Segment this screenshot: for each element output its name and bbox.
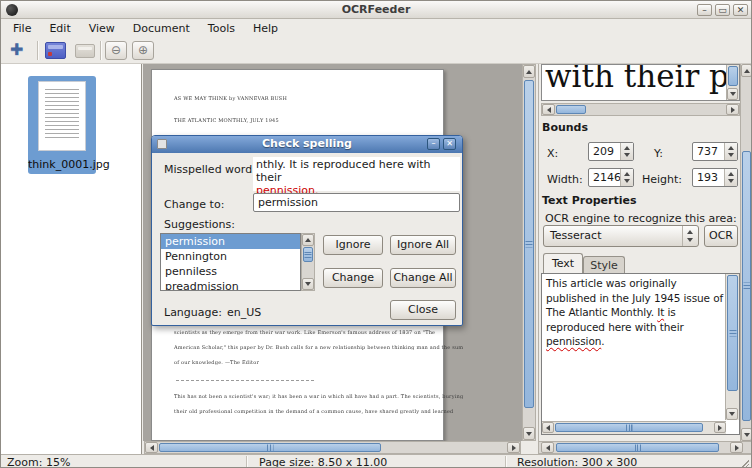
scroll-left-icon[interactable] <box>542 422 554 433</box>
ignore-button[interactable]: Ignore <box>323 235 383 255</box>
language-value: en_US <box>227 306 261 319</box>
horizontal-scroll-thumb[interactable] <box>159 443 381 452</box>
close-icon[interactable]: ✕ <box>733 4 748 16</box>
menu-bar: FileEditViewDocumentToolsHelp <box>1 19 751 38</box>
recognize-document-button[interactable] <box>45 42 66 59</box>
minimize-icon[interactable]: – <box>697 4 712 16</box>
dialog-close-icon[interactable]: ✕ <box>443 138 456 150</box>
preview-vertical-scrollbar[interactable] <box>726 65 739 100</box>
scroll-right-icon[interactable] <box>726 104 739 115</box>
resize-grip[interactable] <box>738 457 749 468</box>
dialog-title-bar[interactable]: Check spelling – ✕ <box>152 136 462 153</box>
x-label: X: <box>547 147 558 160</box>
scroll-down-icon[interactable] <box>727 88 738 100</box>
panel-vertical-scrollbar[interactable] <box>740 64 752 441</box>
suggestion-item[interactable]: permission <box>161 234 300 249</box>
language-label: Language: <box>164 306 222 319</box>
add-page-button[interactable]: ✚ <box>10 40 23 59</box>
change-to-label: Change to: <box>164 198 224 211</box>
document-text-line: their old professional competition in th… <box>174 404 434 419</box>
document-text-line: of our knowledge. —The Editor <box>174 355 434 370</box>
vertical-scroll-thumb[interactable] <box>727 275 738 391</box>
ocr-engine-select[interactable]: Tesseract <box>543 225 699 247</box>
suggestions-list[interactable]: permissionPenningtonpennilesspreadmissio… <box>160 233 301 291</box>
zoom-out-button[interactable]: ⊖ <box>105 41 127 60</box>
vertical-scroll-thumb[interactable] <box>303 247 313 262</box>
x-spinbox[interactable]: 209 <box>588 142 634 161</box>
spinner-arrows-icon[interactable] <box>620 169 633 186</box>
panel-horizontal-scrollbar[interactable] <box>538 441 752 454</box>
document-text-line: This has not been a scientist's war; it … <box>174 389 434 404</box>
horizontal-scroll-thumb[interactable] <box>556 443 719 452</box>
menu-edit[interactable]: Edit <box>40 20 79 37</box>
tab-text[interactable]: Text <box>543 253 583 274</box>
menu-view[interactable]: View <box>80 20 124 37</box>
dialog-minimize-icon[interactable]: – <box>427 138 440 150</box>
status-separator <box>505 456 506 468</box>
scroll-up-icon[interactable] <box>523 65 535 78</box>
menu-tools[interactable]: Tools <box>199 20 244 37</box>
spinner-arrows-icon[interactable] <box>620 143 633 160</box>
scroll-down-icon[interactable] <box>741 428 752 441</box>
vertical-scroll-thumb[interactable] <box>524 80 534 408</box>
preview-horizontal-scrollbar[interactable] <box>541 103 740 116</box>
scroll-down-icon[interactable] <box>523 427 535 440</box>
scroll-right-icon[interactable] <box>507 442 520 453</box>
page-thumbnail[interactable]: think_0001.jpg <box>28 76 96 174</box>
spinner-arrows-icon[interactable] <box>724 143 737 160</box>
textarea-horizontal-scrollbar[interactable] <box>542 421 726 434</box>
scroll-up-icon[interactable] <box>741 64 752 77</box>
scroll-left-icon[interactable] <box>541 442 554 453</box>
suggestion-item[interactable]: penniless <box>161 264 300 279</box>
status-resolution: Resolution: 300 x 300 <box>517 456 637 468</box>
scroll-left-icon[interactable] <box>542 104 555 115</box>
zoom-in-button[interactable]: ⊕ <box>132 41 154 60</box>
recognize-dot-icon <box>48 52 52 56</box>
status-separator <box>246 456 247 468</box>
menu-help[interactable]: Help <box>244 20 287 37</box>
document-vertical-scrollbar[interactable] <box>522 64 536 441</box>
title-bar[interactable]: OCRFeeder – ▭ ✕ <box>1 1 751 19</box>
ocr-button[interactable]: OCR <box>704 225 738 247</box>
misspelled-word: pennission <box>546 335 601 347</box>
change-all-button[interactable]: Change All <box>390 268 456 288</box>
scroll-left-icon[interactable] <box>145 442 158 453</box>
combo-arrows-icon <box>682 226 698 246</box>
ocr-engine-value: Tesseract <box>550 229 601 242</box>
vertical-scroll-thumb[interactable] <box>742 151 751 421</box>
horizontal-scroll-thumb[interactable] <box>555 423 703 432</box>
suggestions-label: Suggestions: <box>164 218 235 231</box>
close-button[interactable]: Close <box>390 300 456 320</box>
scroll-right-icon[interactable] <box>714 422 726 433</box>
zoom-in-icon: ⊕ <box>138 43 148 57</box>
change-to-input[interactable] <box>253 193 460 212</box>
ignore-all-button[interactable]: Ignore All <box>390 235 456 255</box>
area-preview[interactable]: with their p <box>541 64 740 101</box>
suggestion-item[interactable]: Pennington <box>161 249 300 264</box>
width-spinbox[interactable]: 2146 <box>588 168 634 187</box>
suggestions-scrollbar[interactable] <box>301 233 315 291</box>
maximize-icon[interactable]: ▭ <box>715 4 730 16</box>
ocr-text-area[interactable]: This article was originallypublished in … <box>541 273 740 435</box>
spinner-arrows-icon[interactable] <box>724 169 737 186</box>
misspelled-context: nthly. It is reproduced here with their … <box>253 157 460 191</box>
doc-paragraph-1: scientists as they emerge from their war… <box>174 325 434 370</box>
vertical-scroll-thumb[interactable] <box>728 66 738 86</box>
horizontal-scroll-thumb[interactable] <box>556 105 586 114</box>
tab-style[interactable]: Style <box>583 256 625 274</box>
scroll-down-icon[interactable] <box>726 408 738 420</box>
ocr-text-area-content[interactable]: This article was originallypublished in … <box>546 276 722 349</box>
menu-document[interactable]: Document <box>124 20 199 37</box>
scroll-down-icon[interactable] <box>302 278 314 290</box>
thumbnail-filename: think_0001.jpg <box>28 158 96 171</box>
textarea-vertical-scrollbar[interactable] <box>725 274 739 420</box>
y-spinbox[interactable]: 737 <box>692 142 738 161</box>
scroll-right-icon[interactable] <box>730 442 743 453</box>
suggestion-item[interactable]: preadmission <box>161 279 300 291</box>
change-button[interactable]: Change <box>323 268 383 288</box>
menu-file[interactable]: File <box>4 20 40 37</box>
height-spinbox[interactable]: 193 <box>692 168 738 187</box>
zoom-out-icon: ⊖ <box>111 43 121 57</box>
scroll-up-icon[interactable] <box>302 234 314 246</box>
document-horizontal-scrollbar[interactable] <box>144 441 521 454</box>
